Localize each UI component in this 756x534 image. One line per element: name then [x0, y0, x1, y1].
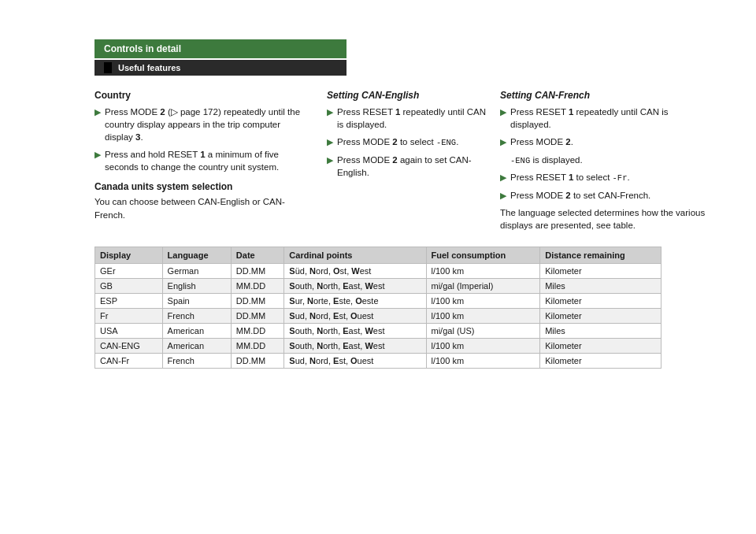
can-eng-bullet-1: ▶ Press RESET 1 repeatedly until CAN is … [327, 106, 488, 131]
cell-language: French [162, 308, 231, 323]
table-row: CAN-Fr French DD.MM Sud, Nord, Est, Oues… [95, 353, 662, 368]
can-fr-arrow-4: ▶ [500, 172, 506, 184]
cell-date: MM.DD [231, 338, 284, 353]
cell-display: GB [95, 278, 163, 293]
cell-cardinal: Sud, Nord, Est, Ouest [284, 353, 426, 368]
cell-display: Fr [95, 308, 163, 323]
cell-distance: Kilometer [540, 338, 662, 353]
cell-distance: Kilometer [540, 263, 662, 278]
table-row: USA American MM.DD South, North, East, W… [95, 323, 662, 338]
cell-display: ESP [95, 293, 163, 308]
can-english-title: Setting CAN-English [327, 90, 488, 101]
can-fr-text-3: -ENG is displayed. [510, 154, 583, 167]
cell-distance: Kilometer [540, 353, 662, 368]
cell-date: DD.MM [231, 263, 284, 278]
can-fr-bullet-2: ▶ Press MODE 2. [500, 135, 709, 148]
cell-language: American [162, 338, 231, 353]
cell-fuel: mi/gal (Imperial) [426, 278, 540, 293]
can-eng-arrow-3: ▶ [327, 154, 333, 166]
cell-cardinal: South, North, East, West [284, 338, 426, 353]
cell-language: German [162, 263, 231, 278]
cell-fuel: l/100 km [426, 263, 540, 278]
bullet-arrow-2: ▶ [94, 149, 101, 161]
cell-date: DD.MM [231, 308, 284, 323]
table-row: GEr German DD.MM Süd, Nord, Ost, West l/… [95, 263, 662, 278]
cell-distance: Kilometer [540, 308, 662, 323]
right-column-footer: The language selected determines how the… [500, 206, 709, 232]
cell-distance: Miles [540, 278, 662, 293]
table-row: ESP Spain DD.MM Sur, Norte, Este, Oeste … [95, 293, 662, 308]
canada-description: You can choose between CAN-English or CA… [94, 195, 311, 221]
middle-column: Setting CAN-English ▶ Press RESET 1 repe… [327, 90, 500, 232]
can-eng-text-1: Press RESET 1 repeatedly until CAN is di… [337, 106, 488, 131]
can-eng-text-2: Press MODE 2 to select -ENG. [337, 135, 458, 149]
cell-language: English [162, 278, 231, 293]
can-fr-arrow-1: ▶ [500, 106, 506, 118]
can-eng-text-3: Press MODE 2 again to set CAN-English. [337, 154, 488, 179]
cell-language: Spain [162, 293, 231, 308]
can-eng-arrow-2: ▶ [327, 136, 333, 148]
col-header-display: Display [95, 247, 163, 263]
can-fr-text-5: Press MODE 2 to set CAN-French. [510, 189, 650, 202]
cell-fuel: l/100 km [426, 308, 540, 323]
col-header-date: Date [231, 247, 284, 263]
cell-fuel: mi/gal (US) [426, 323, 540, 338]
data-table: Display Language Date Cardinal points Fu… [94, 247, 662, 369]
right-column: Setting CAN-French ▶ Press RESET 1 repea… [500, 90, 709, 232]
cell-cardinal: South, North, East, West [284, 323, 426, 338]
table-row: Fr French DD.MM Sud, Nord, Est, Ouest l/… [95, 308, 662, 323]
can-eng-bullet-3: ▶ Press MODE 2 again to set CAN-English. [327, 154, 488, 179]
bullet-1: ▶ Press MODE 2 (▷ page 172) repeatedly u… [94, 106, 311, 143]
cell-fuel: l/100 km [426, 338, 540, 353]
cell-cardinal: Sur, Norte, Este, Oeste [284, 293, 426, 308]
col-header-distance: Distance remaining [540, 247, 662, 263]
cell-display: CAN-Fr [95, 353, 163, 368]
cell-fuel: l/100 km [426, 353, 540, 368]
cell-display: USA [95, 323, 163, 338]
cell-language: American [162, 323, 231, 338]
bullet-text-2: Press and hold RESET 1 a minimum of five… [105, 148, 311, 173]
can-fr-bullet-5: ▶ Press MODE 2 to set CAN-French. [500, 189, 709, 202]
subsection-header-label: Useful features [118, 63, 180, 72]
subsection-header: Useful features [94, 60, 346, 76]
cell-cardinal: Süd, Nord, Ost, West [284, 263, 426, 278]
cell-display: CAN-ENG [95, 338, 163, 353]
cell-cardinal: Sud, Nord, Est, Ouest [284, 308, 426, 323]
can-fr-bullet-1: ▶ Press RESET 1 repeatedly until CAN is … [500, 106, 709, 131]
can-eng-arrow-1: ▶ [327, 106, 333, 118]
cell-date: MM.DD [231, 278, 284, 293]
cell-distance: Miles [540, 323, 662, 338]
cell-date: MM.DD [231, 323, 284, 338]
cell-distance: Kilometer [540, 293, 662, 308]
cell-cardinal: South, North, East, West [284, 278, 426, 293]
can-french-title: Setting CAN-French [500, 90, 709, 101]
col-header-fuel: Fuel consumption [426, 247, 540, 263]
bullet-2: ▶ Press and hold RESET 1 a minimum of fi… [94, 148, 311, 173]
can-fr-text-2: Press MODE 2. [510, 135, 573, 148]
cell-display: GEr [95, 263, 163, 278]
bullet-text-1: Press MODE 2 (▷ page 172) repeatedly unt… [105, 106, 311, 143]
table-row: GB English MM.DD South, North, East, Wes… [95, 278, 662, 293]
bullet-arrow-1: ▶ [94, 106, 101, 118]
cell-date: DD.MM [231, 293, 284, 308]
table-row: CAN-ENG American MM.DD South, North, Eas… [95, 338, 662, 353]
left-column: Country ▶ Press MODE 2 (▷ page 172) repe… [94, 90, 327, 232]
cell-language: French [162, 353, 231, 368]
table-container: Display Language Date Cardinal points Fu… [94, 247, 662, 369]
canada-subsection-title: Canada units system selection [94, 181, 311, 192]
cell-fuel: l/100 km [426, 293, 540, 308]
can-fr-arrow-2: ▶ [500, 136, 506, 148]
can-fr-text-4: Press RESET 1 to select -Fr. [510, 171, 630, 184]
section-header-label: Controls in detail [104, 43, 181, 54]
country-title: Country [94, 90, 311, 101]
can-fr-text-1: Press RESET 1 repeatedly until CAN is di… [510, 106, 709, 131]
can-fr-arrow-5: ▶ [500, 190, 506, 202]
section-header: Controls in detail [94, 39, 346, 58]
main-content: Country ▶ Press MODE 2 (▷ page 172) repe… [94, 90, 756, 232]
col-header-cardinal: Cardinal points [284, 247, 426, 263]
page-container: Controls in detail Useful features Count… [0, 39, 756, 534]
can-fr-bullet-3: ▶ -ENG is displayed. [500, 154, 709, 167]
cell-date: DD.MM [231, 353, 284, 368]
col-header-language: Language [162, 247, 231, 263]
can-eng-bullet-2: ▶ Press MODE 2 to select -ENG. [327, 135, 488, 149]
